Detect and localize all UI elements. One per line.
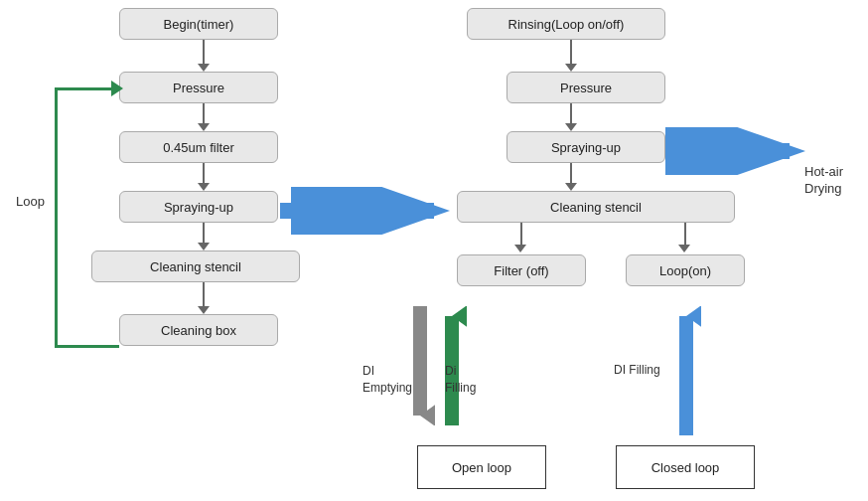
filter-box: 0.45um filter (119, 131, 278, 163)
loop-line-vertical (55, 87, 58, 348)
open-loop-box: Open loop (417, 445, 546, 489)
blue-arrow-up (671, 306, 701, 435)
arrow-filter-spraying (198, 163, 210, 191)
blue-arrow-right-hotair (665, 127, 814, 175)
begin-timer-box: Begin(timer) (119, 8, 278, 40)
di-filling-blue-label: DI Filling (614, 363, 660, 377)
pressure-left-box: Pressure (119, 72, 278, 103)
pressure-right-box: Pressure (506, 72, 665, 103)
closed-loop-box: Closed loop (616, 445, 755, 489)
cleaning-box-box: Cleaning box (119, 314, 278, 346)
spraying-left-box: Spraying-up (119, 191, 278, 223)
arrow-pressure-filter (198, 103, 210, 131)
di-emptying-label: DIEmptying (362, 363, 412, 397)
loop-label: Loop (16, 194, 45, 209)
loop-on-box: Loop(on) (626, 254, 745, 286)
arrow-begin-pressure (198, 40, 210, 72)
cleaning-stencil-left-box: Cleaning stencil (91, 250, 300, 282)
line-to-filter-off (520, 223, 522, 247)
filter-off-box: Filter (off) (457, 254, 586, 286)
cleaning-stencil-right-box: Cleaning stencil (457, 191, 735, 223)
di-filling-green-label: DiFilling (445, 363, 476, 397)
arrow-pressure-spraying-right (565, 103, 577, 131)
arrow-spraying-cleaning (198, 223, 210, 250)
spraying-right-box: Spraying-up (506, 131, 665, 163)
arrow-cleaning-box (198, 282, 210, 314)
diagram: Begin(timer) Pressure 0.45um filter Spra… (0, 0, 868, 501)
arrowhead-to-loop-on (678, 245, 690, 252)
loop-line-top (55, 87, 119, 90)
line-to-loop-on (684, 223, 686, 247)
blue-arrow-left-right (280, 187, 459, 235)
arrowhead-to-filter-off (514, 245, 526, 252)
loop-arrow-head (111, 81, 123, 96)
loop-line-bottom (55, 345, 119, 348)
rinsing-box: Rinsing(Loop on/off) (467, 8, 665, 40)
arrow-rinsing-pressure (565, 40, 577, 72)
arrow-spraying-cleaning-right (565, 163, 577, 191)
